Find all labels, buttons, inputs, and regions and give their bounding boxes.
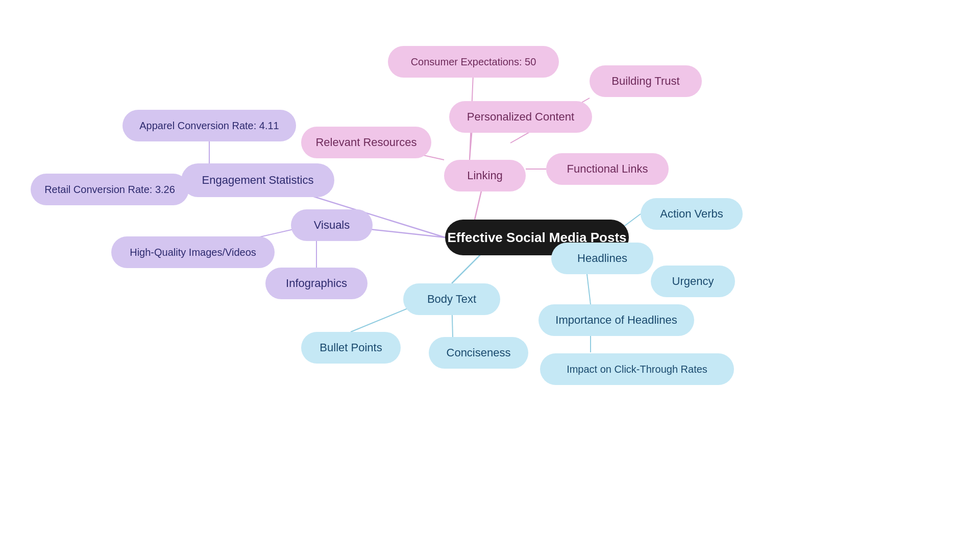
personalized-content-node[interactable]: Personalized Content [449,101,592,133]
headlines-node[interactable]: Headlines [551,243,653,274]
high-quality-node[interactable]: High-Quality Images/Videos [111,236,275,268]
building-trust-node[interactable]: Building Trust [590,65,702,97]
bullet-points-node[interactable]: Bullet Points [301,332,401,364]
svg-line-16 [587,274,591,304]
consumer-expectations-node[interactable]: Consumer Expectations: 50 [388,46,559,78]
infographics-node[interactable]: Infographics [265,268,368,299]
apparel-conversion-node[interactable]: Apparel Conversion Rate: 4.11 [122,110,296,141]
body-text-node[interactable]: Body Text [403,283,500,315]
action-verbs-node[interactable]: Action Verbs [641,198,743,230]
urgency-node[interactable]: Urgency [651,266,735,297]
relevant-resources-node[interactable]: Relevant Resources [301,127,431,158]
engagement-statistics-node[interactable]: Engagement Statistics [181,163,334,197]
importance-headlines-node[interactable]: Importance of Headlines [538,304,694,336]
linking-node[interactable]: Linking [444,160,526,191]
retail-conversion-node[interactable]: Retail Conversion Rate: 3.26 [31,174,189,205]
visuals-node[interactable]: Visuals [291,209,373,241]
conciseness-node[interactable]: Conciseness [429,337,528,369]
impact-click-node[interactable]: Impact on Click-Through Rates [540,353,734,385]
functional-links-node[interactable]: Functional Links [546,153,669,185]
